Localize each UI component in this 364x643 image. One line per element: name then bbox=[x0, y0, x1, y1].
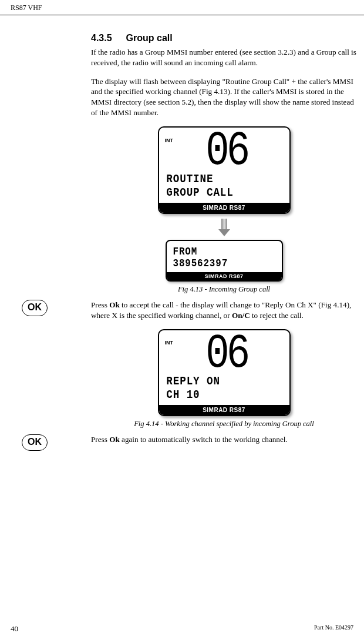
ok-button-icon: OK bbox=[22, 434, 48, 451]
ok-instruction-1: OK Press Ok to accept the call - the dis… bbox=[91, 300, 357, 321]
main-content: 4.3.5Group call If the radio has a Group… bbox=[0, 15, 364, 445]
lcd-line-2: CH 10 bbox=[166, 388, 267, 401]
page-footer: 40 Part No. E04297 bbox=[0, 624, 364, 634]
lcd-line-1: REPLY ON bbox=[166, 374, 267, 388]
lcd-line-1: FROM bbox=[173, 246, 261, 258]
lcd-display-2: FROM 389562397 SIMRAD RS87 bbox=[166, 240, 283, 282]
ok-button-icon: OK bbox=[22, 300, 48, 316]
figure-4-13: INT 06 ROUTINE GROUP CALL SIMRAD RS87 FR… bbox=[91, 126, 357, 282]
channel-number: 06 bbox=[180, 131, 273, 172]
part-number: Part No. E04297 bbox=[314, 624, 353, 634]
lcd-line-2: GROUP CALL bbox=[166, 186, 267, 199]
lcd-brand: SIMRAD RS87 bbox=[159, 405, 289, 415]
arrow-down-icon bbox=[220, 219, 228, 235]
lcd-display-3: INT 06 REPLY ON CH 10 SIMRAD RS87 bbox=[158, 329, 291, 417]
lcd-brand: SIMRAD RS87 bbox=[167, 272, 282, 280]
product-name: RS87 VHF bbox=[11, 4, 42, 12]
paragraph-2: The display will flash between displayin… bbox=[91, 76, 357, 118]
int-label: INT bbox=[165, 138, 174, 143]
figure-caption-413: Fig 4.13 - Incoming Group call bbox=[91, 285, 357, 294]
paragraph-1: If the radio has a Group MMSI number ent… bbox=[91, 47, 357, 68]
figure-caption-414: Fig 4.14 - Working channel specified by … bbox=[91, 420, 357, 428]
lcd-brand: SIMRAD RS87 bbox=[159, 203, 289, 213]
page-header: RS87 VHF bbox=[0, 0, 364, 15]
section-title-text: Group call bbox=[126, 33, 173, 43]
channel-number: 06 bbox=[180, 334, 273, 375]
lcd-line-1: ROUTINE bbox=[166, 172, 267, 186]
page-number: 40 bbox=[11, 624, 18, 634]
lcd-display-1: INT 06 ROUTINE GROUP CALL SIMRAD RS87 bbox=[158, 126, 291, 214]
paragraph-3: Press Ok to accept the call - the displa… bbox=[91, 300, 357, 321]
int-label: INT bbox=[165, 340, 174, 346]
lcd-text-lines: FROM 389562397 bbox=[167, 241, 268, 272]
paragraph-4: Press Ok again to automatically switch t… bbox=[91, 434, 357, 445]
lcd-text-lines: ROUTINE GROUP CALL bbox=[159, 172, 274, 203]
figure-4-14: INT 06 REPLY ON CH 10 SIMRAD RS87 bbox=[91, 329, 357, 417]
section-number: 4.3.5 bbox=[91, 33, 112, 43]
ok-instruction-2: OK Press Ok again to automatically switc… bbox=[91, 434, 357, 445]
section-heading: 4.3.5Group call bbox=[91, 33, 357, 43]
lcd-line-2: 389562397 bbox=[173, 257, 261, 270]
lcd-text-lines: REPLY ON CH 10 bbox=[159, 374, 274, 405]
